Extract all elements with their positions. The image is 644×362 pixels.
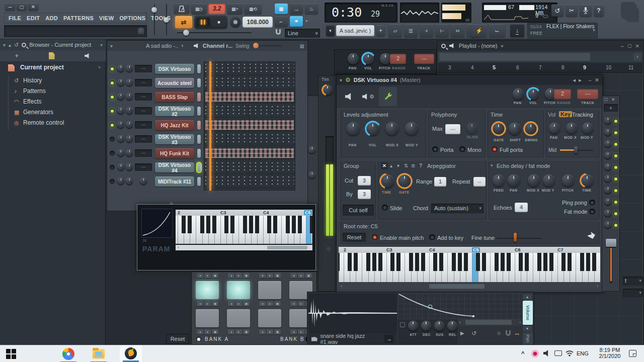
strip-knob[interactable] xyxy=(604,198,611,205)
piano-roll-toggle-button[interactable]: ⫞ xyxy=(420,24,433,37)
channel-pan-knob[interactable] xyxy=(117,93,124,100)
drum-pad[interactable] xyxy=(258,281,281,299)
channel-pan-knob[interactable] xyxy=(117,79,124,86)
step-edit-toggle[interactable]: ▦ xyxy=(275,4,288,14)
pattern-preview[interactable] xyxy=(204,161,295,174)
pattern-preview[interactable] xyxy=(204,175,295,188)
arp-gate-knob[interactable] xyxy=(398,174,411,188)
mini-pitch-knob[interactable] xyxy=(380,53,391,64)
channel-volume-knob[interactable] xyxy=(126,135,133,142)
channel-enable-led[interactable] xyxy=(110,80,115,85)
drum-pad-lit[interactable] xyxy=(196,281,219,299)
audio-record-button[interactable] xyxy=(580,5,592,17)
ping-pong-radio[interactable] xyxy=(589,200,595,206)
download-content-button[interactable]: ↓ xyxy=(510,24,524,37)
channel-mute-pill[interactable] xyxy=(197,177,201,186)
plugin-gear-icon[interactable]: ⚙ xyxy=(345,76,351,83)
menu-patterns[interactable]: PATTERNS xyxy=(63,15,94,21)
channel-volume-knob[interactable] xyxy=(126,177,133,185)
mini-pan-knob[interactable] xyxy=(348,53,359,64)
arp-time-knob[interactable] xyxy=(381,174,394,188)
arp-help-icon[interactable]: ? xyxy=(419,163,422,168)
rack-speaker-icon[interactable] xyxy=(194,43,200,48)
max-poly-box[interactable]: --- xyxy=(445,124,460,134)
mini-range-box[interactable]: 2 xyxy=(390,54,406,64)
strip-knob[interactable] xyxy=(604,210,611,217)
channel-enable-led[interactable] xyxy=(110,95,115,100)
strip-knob[interactable] xyxy=(604,221,611,228)
undo-button[interactable]: ↺ xyxy=(551,5,564,17)
pad-controls[interactable]: ◂▸▣ xyxy=(197,273,218,278)
start-button[interactable] xyxy=(6,349,17,359)
browser-tab-file-icon[interactable] xyxy=(49,52,55,59)
channel-enable-led[interactable] xyxy=(110,123,115,128)
typing-keyboard-to-piano-button[interactable]: ⌐ xyxy=(275,16,288,27)
browser-search-icon[interactable] xyxy=(22,43,26,47)
mini-piano-keyboard[interactable] xyxy=(176,216,312,244)
strip-led[interactable] xyxy=(613,176,618,182)
add-pattern-button[interactable]: + xyxy=(376,25,385,36)
channel-button[interactable]: HQ Jazz Kit xyxy=(155,120,194,130)
channel-rack-titlebar[interactable]: ▾ A sad adio -.. ▾ Channel r... Swing ▦ xyxy=(107,41,307,51)
slide-knob[interactable] xyxy=(466,123,477,134)
channel-mute-pill[interactable] xyxy=(197,107,201,116)
channel-button[interactable]: DSK Virtuoso #3 xyxy=(155,134,194,144)
root-reset-button[interactable]: Reset xyxy=(343,233,366,242)
strip-led[interactable] xyxy=(613,165,618,170)
pattern-dropdown-button[interactable]: ▾ xyxy=(326,25,335,36)
echo-mody-knob[interactable] xyxy=(543,174,555,187)
playlist-minimize-icon[interactable]: – xyxy=(621,43,624,49)
scroll-left-icon[interactable]: ‹ xyxy=(341,284,342,289)
channel-mute-pill[interactable] xyxy=(197,93,201,102)
channel-pan-knob[interactable] xyxy=(117,65,124,72)
echo-modx-knob[interactable] xyxy=(528,174,540,187)
rack-graph-icon[interactable]: ▦ xyxy=(300,43,304,49)
menu-add[interactable]: ADD xyxy=(45,15,58,21)
arp-up-icon[interactable]: ▴ xyxy=(390,163,392,168)
tempo-display[interactable]: 108.000 xyxy=(243,17,273,28)
freeze-icon[interactable]: ❄ xyxy=(497,330,501,337)
pattern-preview[interactable] xyxy=(204,90,295,104)
channel-rack-toggle-button[interactable]: ☰ xyxy=(404,24,418,37)
zoom-icon[interactable] xyxy=(441,44,446,48)
rack-preview-area[interactable] xyxy=(204,61,295,191)
tray-clock[interactable]: 8:19 PM 2/1/2020 xyxy=(596,347,624,361)
mono-radio[interactable] xyxy=(459,146,465,152)
browser-toggle-button[interactable]: ⊢ xyxy=(435,24,449,37)
pad-controls[interactable]: ◂▸▣ xyxy=(259,329,281,334)
menu-edit[interactable]: EDIT xyxy=(27,15,40,21)
strip-led[interactable] xyxy=(613,119,618,124)
channel-enable-led[interactable] xyxy=(110,165,115,170)
pad-controls[interactable]: ◂▸▣ xyxy=(197,329,218,334)
scroll-left-icon[interactable]: ‹ xyxy=(459,320,461,325)
channel-mute-pill[interactable] xyxy=(197,121,201,130)
snap-selector[interactable]: Line ▾ xyxy=(285,29,320,38)
notification-center-icon[interactable] xyxy=(629,350,636,357)
playlist-scroll-right-icon[interactable]: › xyxy=(633,53,641,61)
strip-knob[interactable] xyxy=(604,175,611,182)
strip-maximize-icon[interactable]: ▢ xyxy=(604,97,608,102)
bank-a-radio[interactable] xyxy=(196,336,202,342)
playlist-speaker-icon[interactable] xyxy=(449,43,455,48)
scroll-thumb[interactable] xyxy=(465,320,512,325)
cut-self-button[interactable]: Cut self xyxy=(343,205,374,216)
plugin-range-box[interactable]: 2 xyxy=(554,89,571,99)
channel-mute-pill-selected[interactable] xyxy=(197,163,201,172)
channel-mixer-target[interactable]: --- xyxy=(135,135,152,143)
arp-updown-icon[interactable]: ⇅ xyxy=(404,163,408,168)
mini-play-icon[interactable]: ▸ xyxy=(306,18,308,23)
strip-led[interactable] xyxy=(613,211,618,216)
echo-pan-knob[interactable] xyxy=(508,174,520,187)
wait-for-input-button[interactable]: ▦◷ xyxy=(191,4,206,14)
arp-chord-select[interactable]: Auto (sustain) ▾ xyxy=(431,204,484,213)
mini-track-box[interactable]: --- xyxy=(414,54,434,64)
drum-pad-lit[interactable] xyxy=(227,281,250,299)
browser-tab-sound-icon[interactable] xyxy=(85,53,91,58)
plugin-database-button[interactable]: ⚡ xyxy=(471,24,487,37)
playlist-hscroll-thumb[interactable] xyxy=(439,53,590,61)
flex-promo-banner[interactable]: 01/24 FLEX | Floor Shakers FREE ▾ xyxy=(527,23,598,38)
channel-mixer-target[interactable]: --- xyxy=(135,107,152,115)
spool-button[interactable]: ♨ xyxy=(305,4,318,14)
tab-scroll-up-icon[interactable]: ▴ xyxy=(523,294,532,300)
levels-vol-knob[interactable] xyxy=(366,122,379,135)
